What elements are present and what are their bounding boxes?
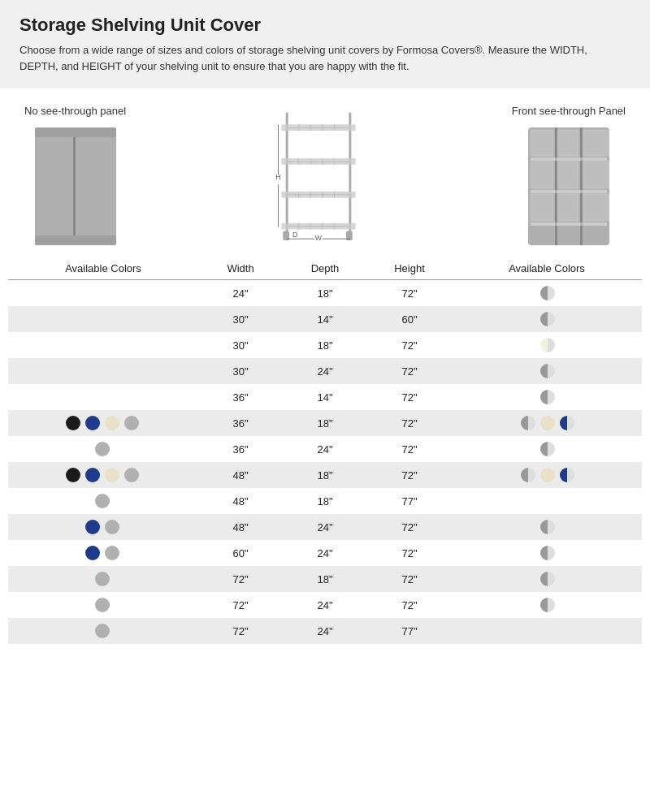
color-dot-half-gray[interactable] bbox=[540, 520, 555, 534]
color-dot-navy[interactable] bbox=[85, 520, 100, 534]
front-panel-cover-icon bbox=[524, 123, 613, 249]
color-dot-gray[interactable] bbox=[95, 572, 110, 586]
height-cell: 72" bbox=[367, 514, 452, 540]
color-dot-gray[interactable] bbox=[95, 624, 110, 638]
diagram-left-label: No see-through panel bbox=[24, 105, 126, 117]
color-dot-navy[interactable] bbox=[85, 546, 100, 560]
depth-cell: 18" bbox=[283, 462, 367, 488]
svg-text:W: W bbox=[315, 234, 323, 242]
table-row: 48" 24" 72" bbox=[8, 514, 642, 540]
svg-rect-52 bbox=[557, 194, 578, 221]
color-dot-half-gray[interactable] bbox=[540, 364, 555, 378]
right-colors-cell bbox=[452, 280, 642, 306]
height-cell: 72" bbox=[367, 410, 452, 436]
svg-rect-41 bbox=[580, 127, 583, 245]
color-dot-cream[interactable] bbox=[105, 468, 119, 482]
right-colors-cell bbox=[452, 410, 642, 436]
color-dot-half-navy[interactable] bbox=[560, 416, 574, 430]
left-colors-cell bbox=[8, 462, 198, 488]
depth-cell: 14" bbox=[283, 384, 367, 410]
depth-cell: 24" bbox=[283, 592, 367, 618]
col-depth-header: Depth bbox=[283, 257, 367, 280]
color-dot-half-gray[interactable] bbox=[540, 546, 555, 560]
diagram-left: No see-through panel bbox=[24, 105, 126, 249]
left-colors-cell bbox=[8, 306, 198, 332]
left-colors-cell bbox=[8, 410, 198, 436]
width-cell: 72" bbox=[198, 592, 283, 618]
color-dot-navy[interactable] bbox=[85, 416, 100, 430]
height-cell: 60" bbox=[367, 306, 452, 332]
color-dot-gray[interactable] bbox=[105, 546, 119, 560]
left-colors-cell bbox=[8, 540, 198, 566]
right-colors-cell bbox=[452, 384, 642, 410]
left-colors-cell bbox=[8, 332, 198, 358]
color-dot-navy[interactable] bbox=[85, 468, 100, 482]
height-cell: 72" bbox=[367, 332, 452, 358]
right-colors-cell bbox=[452, 462, 642, 488]
color-dot-gray[interactable] bbox=[124, 416, 139, 430]
color-dot-black[interactable] bbox=[66, 468, 80, 482]
left-colors-cell bbox=[8, 592, 198, 618]
table-row: 24" 18" 72" bbox=[8, 280, 642, 306]
svg-rect-50 bbox=[583, 162, 609, 188]
depth-cell: 24" bbox=[283, 358, 367, 384]
right-colors-cell bbox=[452, 436, 642, 462]
height-cell: 72" bbox=[367, 384, 452, 410]
color-dot-half-gray[interactable] bbox=[540, 286, 555, 300]
right-colors-cell bbox=[452, 566, 642, 592]
color-dot-cream[interactable] bbox=[540, 416, 555, 430]
color-dot-cream-half[interactable] bbox=[540, 338, 555, 352]
table-row: 60" 24" 72" bbox=[8, 540, 642, 566]
col-height-header: Height bbox=[367, 257, 452, 280]
color-dot-half-gray[interactable] bbox=[540, 312, 555, 326]
color-dot-half-navy[interactable] bbox=[560, 468, 574, 482]
width-cell: 30" bbox=[198, 358, 283, 384]
left-colors-cell bbox=[8, 514, 198, 540]
color-dot-half-gray[interactable] bbox=[521, 416, 535, 430]
width-cell: 36" bbox=[198, 436, 283, 462]
left-colors-cell bbox=[8, 566, 198, 592]
color-dot-black[interactable] bbox=[66, 416, 80, 430]
depth-cell: 24" bbox=[283, 514, 367, 540]
height-cell: 72" bbox=[367, 462, 452, 488]
color-dot-half-gray[interactable] bbox=[540, 598, 555, 612]
color-dot-cream[interactable] bbox=[105, 416, 119, 430]
svg-rect-47 bbox=[583, 130, 609, 156]
size-color-table: Available Colors Width Depth Height Avai… bbox=[8, 257, 642, 644]
table-row: 30" 18" 72" bbox=[8, 332, 642, 358]
width-cell: 36" bbox=[198, 410, 283, 436]
color-dot-half-gray[interactable] bbox=[540, 572, 555, 586]
svg-rect-46 bbox=[557, 130, 578, 156]
color-dot-gray[interactable] bbox=[95, 598, 110, 612]
color-dot-gray[interactable] bbox=[124, 468, 139, 482]
svg-rect-49 bbox=[557, 162, 578, 188]
color-dot-gray[interactable] bbox=[95, 494, 110, 508]
svg-rect-44 bbox=[531, 222, 607, 226]
depth-cell: 24" bbox=[283, 436, 367, 462]
svg-rect-43 bbox=[531, 190, 607, 193]
height-cell: 72" bbox=[367, 566, 452, 592]
color-dot-gray[interactable] bbox=[95, 442, 110, 456]
width-cell: 24" bbox=[198, 280, 283, 306]
page-title: Storage Shelving Unit Cover bbox=[20, 15, 630, 36]
left-colors-cell bbox=[8, 384, 198, 410]
height-cell: 72" bbox=[367, 592, 452, 618]
svg-rect-51 bbox=[531, 194, 553, 221]
right-colors-cell bbox=[452, 332, 642, 358]
color-dot-half-gray[interactable] bbox=[540, 442, 555, 456]
table-row: 36" 18" 72" bbox=[8, 410, 642, 436]
table-row: 36" 14" 72" bbox=[8, 384, 642, 410]
left-colors-cell bbox=[8, 618, 198, 644]
height-cell: 72" bbox=[367, 540, 452, 566]
height-cell: 72" bbox=[367, 280, 452, 306]
color-dot-cream[interactable] bbox=[540, 468, 555, 482]
svg-rect-2 bbox=[35, 127, 116, 137]
table-row: 30" 14" 60" bbox=[8, 306, 642, 332]
color-dot-half-gray[interactable] bbox=[521, 468, 535, 482]
right-colors-cell bbox=[452, 514, 642, 540]
color-dot-gray[interactable] bbox=[105, 520, 119, 534]
svg-text:D: D bbox=[292, 231, 297, 239]
width-cell: 48" bbox=[198, 462, 283, 488]
color-dot-half-gray[interactable] bbox=[540, 390, 555, 404]
depth-cell: 18" bbox=[283, 566, 367, 592]
